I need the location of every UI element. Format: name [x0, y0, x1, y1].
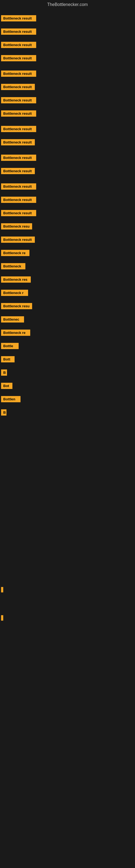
bar-row-29: Bottlen — [0, 394, 135, 405]
bottleneck-bar-14: Bottleneck result — [1, 197, 36, 203]
bottleneck-bar-24: Bottleneck re — [1, 330, 30, 336]
bar-row-3: Bottleneck result — [0, 40, 135, 51]
bottleneck-bar-15: Bottleneck result — [1, 210, 36, 216]
bottleneck-bar-6: Bottleneck result — [1, 84, 35, 90]
bar-row-22: Bottleneck resu — [0, 301, 135, 312]
bottleneck-bar-17: Bottleneck result — [1, 237, 35, 243]
bar-row-28: Bot — [0, 380, 135, 392]
bar-row-5: Bottleneck result — [0, 68, 135, 80]
bar-row-26: Bott — [0, 354, 135, 366]
bottleneck-bar-18: Bottleneck re — [1, 250, 30, 256]
bar-row-7: Bottleneck result — [0, 95, 135, 106]
bar-row-20: Bottleneck res — [0, 274, 135, 286]
bar-row-30: B — [0, 407, 135, 419]
bar-row-24: Bottleneck re — [0, 328, 135, 339]
bottleneck-bar-7: Bottleneck result — [1, 97, 36, 103]
bottleneck-bar-23: Bottlenec — [1, 316, 24, 322]
bottleneck-bar-3: Bottleneck result — [1, 42, 36, 48]
bottleneck-bar-4: Bottleneck result — [1, 55, 36, 61]
bottleneck-bar-27: B — [1, 369, 7, 376]
bottleneck-bar-30: B — [1, 409, 6, 415]
bottleneck-bar-25: Bottle — [1, 343, 18, 349]
bar-row-23: Bottlenec — [0, 314, 135, 326]
bottleneck-bar-26: Bott — [1, 356, 14, 362]
bar-row-9: Bottleneck result — [0, 124, 135, 135]
bar-row-6: Bottleneck result — [0, 82, 135, 93]
bar-row-13: Bottleneck result — [0, 181, 135, 193]
bottleneck-bar-9: Bottleneck result — [1, 126, 36, 132]
bar-row-2: Bottleneck result — [0, 26, 135, 38]
bottleneck-bar-13: Bottleneck result — [1, 183, 36, 190]
bottleneck-bar-16: Bottleneck resu — [1, 223, 32, 229]
bar-row-4: Bottleneck result — [0, 53, 135, 65]
bottleneck-bar-12: Bottleneck result — [1, 168, 35, 174]
bottleneck-bar-19: Bottleneck — [1, 263, 26, 269]
bottleneck-bar-28: Bot — [1, 383, 12, 389]
bar-row-21: Bottleneck r — [0, 287, 135, 299]
bottleneck-bar-20: Bottleneck res — [1, 276, 31, 283]
bar-row-19: Bottleneck — [0, 261, 135, 273]
bar-row-17: Bottleneck result — [0, 235, 135, 246]
bottom-bar-1 — [1, 587, 3, 592]
bottleneck-bar-1: Bottleneck result — [1, 15, 36, 22]
bar-row-15: Bottleneck result — [0, 208, 135, 219]
bottleneck-bar-11: Bottleneck result — [1, 155, 36, 161]
bars-container: Bottleneck resultBottleneck resultBottle… — [0, 13, 135, 419]
bottleneck-bar-10: Bottleneck result — [1, 139, 35, 145]
bar-row-11: Bottleneck result — [0, 152, 135, 164]
bar-row-16: Bottleneck resu — [0, 221, 135, 233]
bar-row-12: Bottleneck result — [0, 166, 135, 177]
bar-row-14: Bottleneck result — [0, 194, 135, 206]
bottom-spacer — [0, 424, 135, 587]
bottleneck-bar-22: Bottleneck resu — [1, 303, 32, 309]
bar-row-27: B — [0, 367, 135, 379]
bottom-bar-2 — [1, 615, 3, 621]
bottleneck-bar-29: Bottlen — [1, 396, 20, 402]
site-title: TheBottlenecker.com — [0, 0, 135, 9]
bottleneck-bar-8: Bottleneck result — [1, 111, 36, 117]
bar-row-10: Bottleneck result — [0, 137, 135, 149]
bar-row-18: Bottleneck re — [0, 248, 135, 259]
bottleneck-bar-5: Bottleneck result — [1, 70, 36, 77]
bar-row-8: Bottleneck result — [0, 108, 135, 120]
bar-row-1: Bottleneck result — [0, 13, 135, 25]
bottleneck-bar-21: Bottleneck r — [1, 290, 28, 296]
bar-row-25: Bottle — [0, 341, 135, 352]
bottleneck-bar-2: Bottleneck result — [1, 29, 36, 35]
